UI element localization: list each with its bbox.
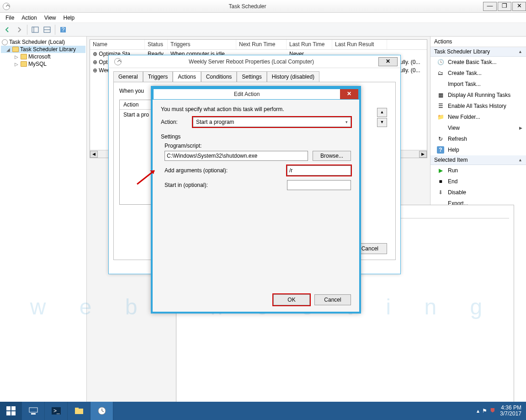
svg-rect-9	[11, 411, 16, 415]
edit-instruction: You must specify what action this task w…	[161, 106, 351, 112]
tree-microsoft[interactable]: ▷Microsoft	[1, 53, 85, 60]
edit-close-button[interactable]: ✕	[340, 89, 358, 99]
start-button[interactable]	[0, 402, 22, 420]
titlebar: Task Scheduler — ❐ ✕	[0, 0, 526, 13]
browse-button[interactable]: Browse...	[313, 151, 351, 161]
svg-rect-15	[75, 408, 79, 409]
task-icon: 🗂	[437, 69, 444, 77]
cancel-button[interactable]: Cancel	[314, 294, 351, 305]
tab-history[interactable]: History (disabled)	[267, 71, 319, 82]
action-help[interactable]: ?Help	[430, 144, 526, 155]
back-button[interactable]	[2, 24, 13, 35]
svg-rect-10	[29, 408, 37, 412]
menu-action[interactable]: Action	[18, 14, 40, 22]
panel1-icon[interactable]	[30, 24, 41, 35]
tree-lib-label: Task Scheduler Library	[20, 46, 76, 53]
stop-icon: ■	[437, 178, 444, 185]
tree-root-label: Task Scheduler (Local)	[9, 39, 65, 45]
col-lastresult[interactable]: Last Run Result	[332, 40, 387, 49]
collapse-icon[interactable]: ◢	[5, 47, 11, 52]
wizard-icon: 🕓	[437, 58, 444, 66]
system-tray[interactable]: ▴ ⚑ ⛊	[477, 408, 495, 414]
maximize-button[interactable]: ❐	[498, 2, 511, 11]
action-import[interactable]: Import Task...	[430, 79, 526, 90]
action-disable[interactable]: ⬇Disable	[430, 187, 526, 198]
menubar: File Action View Help	[0, 13, 526, 23]
col-name[interactable]: Name	[90, 40, 145, 49]
expand-icon[interactable]: ▷	[14, 54, 19, 59]
program-label: Program/script:	[165, 143, 351, 149]
menu-help[interactable]: Help	[60, 14, 79, 22]
tree-mysql-label: MySQL	[28, 61, 47, 67]
taskbar-clock[interactable]: 4:36 PM 3/7/2017	[500, 405, 521, 417]
history-icon: ☰	[437, 102, 444, 110]
taskbar-scheduler-icon[interactable]	[90, 402, 113, 420]
startin-input[interactable]	[287, 180, 351, 190]
svg-rect-8	[6, 411, 11, 415]
disable-icon: ⬇	[437, 189, 444, 196]
col-nextrun[interactable]: Next Run Time	[236, 40, 287, 49]
taskbar-explorer-icon[interactable]	[68, 402, 90, 420]
program-input[interactable]	[165, 151, 308, 161]
section-selected[interactable]: Selected Item▲	[430, 155, 526, 165]
section-library[interactable]: Task Scheduler Library▲	[430, 47, 526, 57]
minimize-button[interactable]: —	[483, 2, 497, 11]
scroll-left-icon[interactable]: ◀	[90, 151, 98, 158]
tree-pane: Task Scheduler (Local) ◢Task Scheduler L…	[0, 37, 87, 402]
clock-icon	[2, 39, 8, 45]
action-combobox[interactable]: Start a program▾	[193, 117, 351, 127]
flag-icon[interactable]: ⚑	[482, 408, 487, 414]
tray-up-icon[interactable]: ▴	[477, 408, 479, 414]
move-up-button[interactable]: ▲	[377, 108, 387, 117]
taskbar-server-icon[interactable]	[22, 402, 45, 420]
col-status[interactable]: Status	[145, 40, 168, 49]
tree-mysql[interactable]: ▷MySQL	[1, 60, 85, 68]
forward-button[interactable]	[14, 24, 25, 35]
close-button[interactable]: ✕	[512, 2, 526, 11]
running-icon: ▦	[437, 91, 444, 99]
ok-button[interactable]: OK	[273, 294, 310, 305]
tree-library[interactable]: ◢Task Scheduler Library	[1, 46, 85, 53]
svg-rect-7	[11, 406, 16, 410]
action-refresh[interactable]: ↻Refresh	[430, 133, 526, 144]
action-new-folder[interactable]: 📁New Folder...	[430, 112, 526, 122]
action-run[interactable]: ▶Run	[430, 165, 526, 176]
scroll-right-icon[interactable]: ▶	[419, 151, 427, 158]
svg-rect-11	[31, 413, 36, 415]
move-down-button[interactable]: ▼	[377, 118, 387, 127]
properties-close-button[interactable]: ✕	[378, 57, 398, 66]
tab-triggers[interactable]: Triggers	[143, 71, 173, 82]
arguments-input[interactable]	[287, 165, 351, 175]
action-display-running[interactable]: ▦Display All Running Tasks	[430, 90, 526, 101]
shield-icon[interactable]: ⛊	[490, 408, 495, 414]
action-create-task[interactable]: 🗂Create Task...	[430, 68, 526, 79]
action-view[interactable]: View▶	[430, 122, 526, 133]
toolbar: ?	[0, 23, 526, 37]
help-icon[interactable]: ?	[58, 24, 69, 35]
action-create-basic[interactable]: 🕓Create Basic Task...	[430, 57, 526, 68]
folder-icon	[21, 54, 27, 59]
expand-icon[interactable]: ▷	[14, 62, 19, 67]
tabs: General Triggers Actions Conditions Sett…	[109, 68, 400, 82]
clock-icon	[3, 3, 10, 10]
tree-root[interactable]: Task Scheduler (Local)	[1, 38, 85, 46]
actions-header: Actions	[430, 37, 526, 47]
clock-icon	[114, 58, 122, 65]
tab-conditions[interactable]: Conditions	[201, 71, 237, 82]
tab-general[interactable]: General	[113, 71, 143, 82]
taskbar-powershell-icon[interactable]: >_	[45, 402, 68, 420]
menu-view[interactable]: View	[41, 14, 60, 22]
edit-action-title: Edit Action	[154, 89, 340, 99]
col-triggers[interactable]: Triggers	[168, 40, 236, 49]
svg-text:?: ?	[62, 27, 65, 33]
action-end[interactable]: ■End	[430, 176, 526, 187]
action-label: Action:	[161, 119, 188, 125]
taskbar: >_ ▴ ⚑ ⛊ 4:36 PM 3/7/2017	[0, 402, 526, 420]
panel2-icon[interactable]	[42, 24, 53, 35]
menu-file[interactable]: File	[2, 14, 18, 22]
col-lastrun[interactable]: Last Run Time	[287, 40, 332, 49]
tab-actions[interactable]: Actions	[173, 71, 201, 82]
action-enable-history[interactable]: ☰Enable All Tasks History	[430, 101, 526, 112]
play-icon: ▶	[437, 167, 444, 174]
tab-settings[interactable]: Settings	[237, 71, 266, 82]
